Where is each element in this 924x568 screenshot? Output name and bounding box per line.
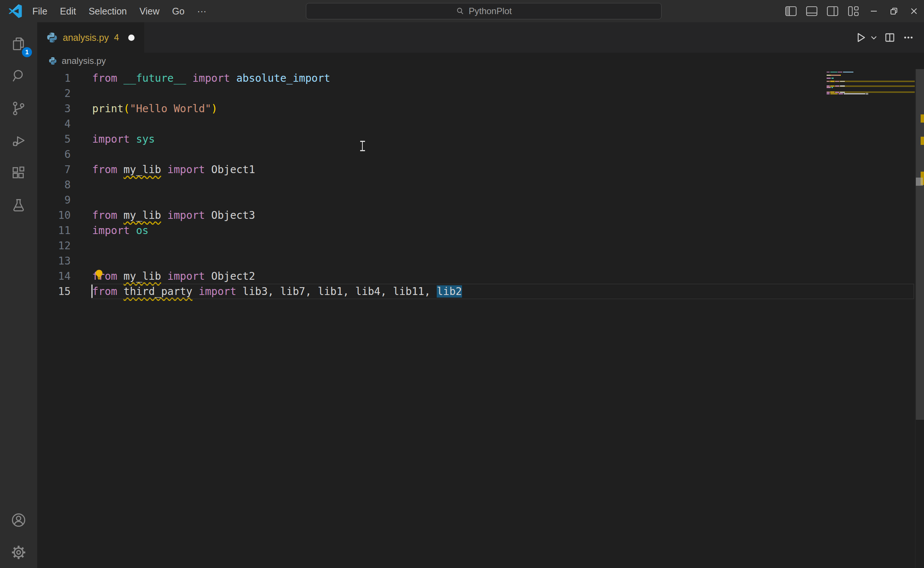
code-token xyxy=(117,209,123,221)
line-number-7[interactable]: 7 xyxy=(37,162,71,177)
code-token xyxy=(117,285,123,298)
close-icon[interactable] xyxy=(904,0,924,22)
editor-code-area[interactable]: from __future__ import absolute_importpr… xyxy=(92,71,462,299)
code-line-9[interactable] xyxy=(92,192,462,208)
gear-icon xyxy=(10,544,27,561)
code-line-6[interactable] xyxy=(92,147,462,162)
line-number-9[interactable]: 9 xyxy=(37,192,71,208)
testing-beaker-icon xyxy=(11,197,27,214)
code-token xyxy=(130,224,136,237)
code-token: ( xyxy=(123,103,130,115)
line-number-3[interactable]: 3 xyxy=(37,101,71,116)
search-view-icon xyxy=(11,68,27,84)
code-token: from xyxy=(92,285,117,298)
tab-modified-dot-icon[interactable] xyxy=(128,35,135,41)
code-line-14[interactable]: from my_lib import Object2 xyxy=(92,269,462,284)
minimap[interactable] xyxy=(827,71,915,101)
code-token xyxy=(161,163,167,176)
code-line-15[interactable]: from third_party import lib3, lib7, lib1… xyxy=(92,284,462,299)
editor-scrollbar[interactable] xyxy=(915,69,924,568)
code-token: ) xyxy=(211,103,218,115)
command-center-search[interactable]: PythonPlot xyxy=(306,3,662,19)
sidebar-item-search[interactable] xyxy=(7,64,30,88)
code-token: Object3 xyxy=(211,209,255,221)
tab-problem-count: 4 xyxy=(114,32,119,43)
code-line-7[interactable]: from my_lib import Object1 xyxy=(92,162,462,177)
code-token: Object2 xyxy=(211,270,255,282)
run-python-file-button[interactable] xyxy=(853,29,869,46)
sidebar-item-testing[interactable] xyxy=(7,193,30,217)
menu-file[interactable]: File xyxy=(26,0,53,22)
toggle-panel-icon[interactable] xyxy=(802,0,822,22)
run-options-chevron-button[interactable] xyxy=(868,29,879,46)
menubar: FileEditSelectionViewGo··· xyxy=(26,0,213,22)
minimize-icon[interactable] xyxy=(864,0,884,22)
restore-icon[interactable] xyxy=(884,0,904,22)
menu-selection[interactable]: Selection xyxy=(82,0,133,22)
code-line-5[interactable]: import sys xyxy=(92,131,462,147)
line-number-14[interactable]: 14 xyxy=(37,269,71,284)
code-line-11[interactable]: import os xyxy=(92,223,462,238)
overview-warning-mark xyxy=(921,137,924,145)
line-number-15[interactable]: 15 xyxy=(37,284,71,299)
menu-edit[interactable]: Edit xyxy=(53,0,82,22)
code-editor[interactable]: 123456789101112131415 from __future__ im… xyxy=(37,69,924,568)
toggle-primary-sidebar-icon[interactable] xyxy=(780,0,802,22)
code-token: import xyxy=(167,209,205,221)
settings-gear-button[interactable] xyxy=(7,541,30,564)
sidebar-item-explorer[interactable]: 1 xyxy=(7,32,30,56)
code-line-4[interactable] xyxy=(92,116,462,131)
code-token xyxy=(161,270,167,282)
code-line-12[interactable] xyxy=(92,238,462,253)
more-actions-button[interactable] xyxy=(900,29,916,46)
line-number-5[interactable]: 5 xyxy=(37,131,71,147)
code-line-2[interactable] xyxy=(92,86,462,101)
line-number-6[interactable]: 6 xyxy=(37,147,71,162)
code-token: from xyxy=(92,72,117,84)
tab-label: analysis.py xyxy=(63,32,109,43)
overview-warning-mark xyxy=(921,115,924,122)
code-line-3[interactable]: print("Hello World") xyxy=(92,101,462,116)
toggle-secondary-sidebar-icon[interactable] xyxy=(822,0,843,22)
customize-layout-icon[interactable] xyxy=(843,0,864,22)
line-number-10[interactable]: 10 xyxy=(37,208,71,223)
line-number-1[interactable]: 1 xyxy=(37,71,71,86)
line-number-8[interactable]: 8 xyxy=(37,177,71,192)
code-token: import xyxy=(92,224,130,237)
code-token: import xyxy=(92,133,130,145)
line-number-4[interactable]: 4 xyxy=(37,116,71,131)
lightbulb-icon[interactable] xyxy=(94,269,104,281)
window-controls xyxy=(780,0,924,22)
menu-go[interactable]: Go xyxy=(166,0,191,22)
menu-more[interactable]: ··· xyxy=(191,0,213,22)
search-icon xyxy=(456,7,464,16)
code-token xyxy=(186,72,192,84)
code-line-8[interactable] xyxy=(92,177,462,192)
breadcrumb[interactable]: analysis.py xyxy=(37,53,924,69)
code-token: import xyxy=(199,285,236,298)
split-editor-icon xyxy=(884,32,896,44)
line-number-11[interactable]: 11 xyxy=(37,223,71,238)
line-number-13[interactable]: 13 xyxy=(37,253,71,269)
sidebar-item-source-control[interactable] xyxy=(7,97,30,120)
tab-analysis-py[interactable]: analysis.py 4 xyxy=(37,22,144,53)
menu-view[interactable]: View xyxy=(133,0,166,22)
accounts-icon-button[interactable] xyxy=(7,508,30,532)
code-token: from xyxy=(92,209,117,221)
vscode-logo-icon xyxy=(8,4,22,18)
code-line-10[interactable]: from my_lib import Object3 xyxy=(92,208,462,223)
split-editor-button[interactable] xyxy=(882,29,898,46)
code-line-1[interactable]: from __future__ import absolute_import xyxy=(92,71,462,86)
code-token: __future__ xyxy=(123,72,186,84)
sidebar-item-run-debug[interactable] xyxy=(7,129,30,153)
sidebar-item-extensions[interactable] xyxy=(7,161,30,185)
line-number-2[interactable]: 2 xyxy=(37,86,71,101)
source-control-icon xyxy=(11,100,27,117)
line-number-12[interactable]: 12 xyxy=(37,238,71,253)
code-line-13[interactable] xyxy=(92,253,462,269)
code-token xyxy=(205,209,211,221)
editor-gutter: 123456789101112131415 xyxy=(37,71,71,299)
breadcrumb-item-file[interactable]: analysis.py xyxy=(62,56,106,66)
code-token xyxy=(230,72,236,84)
explorer-badge: 1 xyxy=(22,47,32,57)
